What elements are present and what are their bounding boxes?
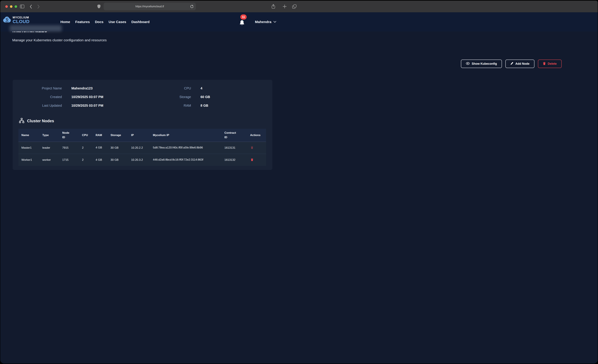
table-row: Worker1 worker 1715 2 4 GB 30 GB 10.20.3… [18, 154, 266, 166]
last-updated-label: Last Updated [23, 104, 62, 108]
col-type: Type [39, 129, 59, 142]
col-cpu: CPU [79, 129, 93, 142]
cell-ip: 10.20.2.2 [128, 142, 150, 154]
storage-label: Storage [162, 95, 191, 99]
cell-cpu: 2 [79, 154, 93, 166]
sidebar-toggle-icon[interactable] [20, 4, 25, 9]
table-row: Master1 leader 7915 2 4 GB 30 GB 10.20.2… [18, 142, 266, 154]
network-icon [19, 118, 25, 124]
user-menu[interactable]: Mahendra [255, 12, 276, 32]
cell-name: Master1 [18, 142, 39, 154]
cluster-nodes-title: Cluster Nodes [27, 119, 54, 123]
browser-window: https://myceliumcloud.tf Mahendra123 Man… [0, 1, 299, 182]
shield-icon[interactable] [97, 4, 100, 9]
created-value: 10/29/2025 03:07 PM [71, 95, 103, 99]
cell-type: worker [39, 154, 59, 166]
cluster-nodes-table: Name Type Node ID CPU RAM Storage IP Myc… [18, 129, 266, 166]
cell-contract-id: 1613131 [221, 142, 247, 154]
ram-value: 8 GB [200, 104, 208, 108]
col-ip: IP [128, 129, 150, 142]
cell-ram: 4 GB [93, 154, 108, 166]
reload-icon[interactable] [190, 5, 194, 9]
nav-link-use-cases[interactable]: Use Cases [108, 20, 126, 24]
project-name-label: Project Name [23, 86, 62, 90]
ram-label: RAM [162, 104, 191, 108]
back-icon[interactable] [30, 4, 32, 9]
col-actions: Actions [247, 129, 266, 142]
cell-contract-id: 1613132 [221, 154, 247, 166]
cell-storage: 30 GB [108, 154, 128, 166]
nav-link-home[interactable]: Home [60, 20, 70, 24]
col-mycelium-ip: Mycelium IP [150, 129, 221, 142]
table-header-row: Name Type Node ID CPU RAM Storage IP Myc… [18, 129, 266, 142]
browser-toolbar: https://myceliumcloud.tf [0, 1, 299, 12]
cell-node-id: 7915 [59, 142, 79, 154]
created-label: Created [23, 95, 62, 99]
delete-node-button[interactable] [250, 158, 254, 162]
chevron-down-icon [273, 20, 276, 23]
redacted-blur [10, 25, 62, 32]
project-name-value: Mahendra123 [71, 86, 93, 90]
col-storage: Storage [108, 129, 128, 142]
delete-node-button[interactable] [250, 146, 254, 150]
traffic-lights [5, 5, 17, 8]
cell-mycelium-ip: 5d8:78ea:a120:f40c:ff0f:a5fe:99e6:8b96 [150, 142, 221, 154]
url-bar[interactable]: https://myceliumcloud.tf [104, 3, 196, 10]
cell-name: Worker1 [18, 154, 39, 166]
col-ram: RAM [93, 129, 108, 142]
share-icon[interactable] [271, 4, 275, 10]
nav-links: Home Features Docs Use Cases Dashboard [60, 12, 150, 32]
url-text: https://myceliumcloud.tf [135, 5, 164, 8]
nav-link-features[interactable]: Features [75, 20, 90, 24]
cell-actions [247, 154, 266, 166]
storage-value: 60 GB [200, 95, 210, 99]
cluster-details-card: Project Name Mahendra123 Created 10/29/2… [13, 80, 272, 170]
logo-line2: CLOUD [13, 19, 30, 24]
cpu-value: 4 [200, 86, 202, 90]
page-subtitle: Manage your Kubernetes cluster configura… [12, 38, 107, 42]
notification-badge: 11 [240, 14, 247, 20]
cell-node-id: 1715 [59, 154, 79, 166]
cell-ram: 4 GB [93, 142, 108, 154]
cpu-label: CPU [162, 86, 191, 90]
cell-type: leader [39, 142, 59, 154]
cell-ip: 10.20.3.2 [128, 154, 150, 166]
user-name: Mahendra [255, 20, 271, 24]
cell-mycelium-ip: 446:d2a6:8bcd:8c16:ff0f:72e2:3114:863f [150, 154, 221, 166]
minimize-button[interactable] [10, 5, 12, 8]
col-contract-id: Contract ID [221, 129, 247, 142]
zoom-button[interactable] [15, 5, 17, 8]
col-node-id: Node ID [59, 129, 79, 142]
last-updated-value: 10/29/2025 03:07 PM [71, 104, 103, 108]
close-button[interactable] [5, 5, 8, 8]
cell-actions [247, 142, 266, 154]
cluster-nodes-header: Cluster Nodes [19, 118, 54, 124]
mycelium-cloud-logo-icon [3, 16, 11, 24]
col-name: Name [18, 129, 39, 142]
notifications-button[interactable] [239, 20, 246, 27]
nav-link-dashboard[interactable]: Dashboard [132, 20, 150, 24]
new-tab-icon[interactable] [283, 4, 287, 9]
bell-icon [239, 20, 245, 26]
forward-icon[interactable] [37, 4, 40, 9]
logo-text: MYCELIUM CLOUD [13, 16, 30, 24]
tabs-overview-icon[interactable] [292, 4, 297, 9]
logo[interactable]: MYCELIUM CLOUD [3, 16, 30, 24]
nav-link-docs[interactable]: Docs [95, 20, 103, 24]
logo-line1: MYCELIUM [13, 16, 30, 19]
cell-storage: 30 GB [108, 142, 128, 154]
cell-cpu: 2 [79, 142, 93, 154]
